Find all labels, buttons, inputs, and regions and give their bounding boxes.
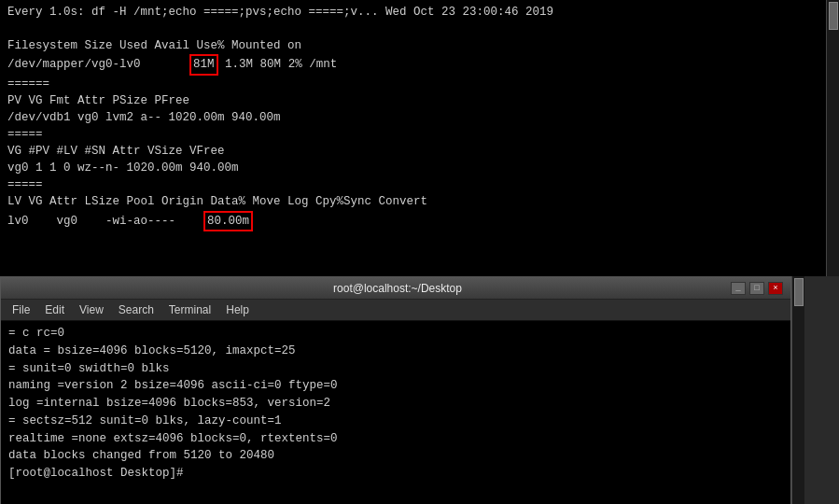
maximize-button[interactable]: □ (749, 282, 764, 295)
titlebar-buttons[interactable]: _ □ × (731, 282, 783, 295)
content-line3: = sunit=0 swidth=0 blks (8, 360, 783, 378)
window-title: root@localhost:~/Desktop (64, 282, 731, 295)
bg-lvs-row: lv0 vg0 -wi-ao---- 80.00m (7, 211, 832, 231)
bg-filesystem-row: /dev/mapper/vg0-lv0 81M 1.3M 80M 2% /mnt (7, 54, 832, 75)
terminal-content: = c rc=0 data = bsize=4096 blocks=5120, … (1, 321, 790, 504)
bg-vgs-row: vg0 1 1 0 wz--n- 1020.00m 940.00m (7, 160, 832, 176)
bg-sep1: ====== (7, 76, 832, 92)
bg-lvs-lsize-box: 80.00m (203, 211, 253, 231)
minimize-button[interactable]: _ (731, 282, 746, 295)
bg-fs-rest: 1.3M 80M 2% /mnt (225, 58, 337, 71)
content-line6: = sectsz=512 sunit=0 blks, lazy-count=1 (8, 413, 783, 430)
content-line8: data blocks changed from 5120 to 20480 (8, 447, 783, 465)
menu-terminal[interactable]: Terminal (161, 301, 218, 318)
bg-line-blank (7, 21, 832, 37)
content-line9: [root@localhost Desktop]# (8, 465, 783, 483)
bg-sep2: ===== (7, 126, 832, 143)
menu-search[interactable]: Search (111, 301, 161, 318)
content-line2: data = bsize=4096 blocks=5120, imaxpct=2… (8, 343, 783, 360)
bg-lvs-header: LV VG Attr LSize Pool Origin Data% Move … (7, 193, 832, 210)
window-scrollbar[interactable] (791, 276, 804, 504)
menu-view[interactable]: View (72, 301, 111, 318)
bg-pvs-header: PV VG Fmt Attr PSize PFree (7, 92, 832, 109)
bg-sep3: ===== (7, 176, 832, 193)
content-line7: realtime =none extsz=4096 blocks=0, rtex… (8, 430, 783, 448)
menu-help[interactable]: Help (218, 301, 257, 318)
bg-scrollbar[interactable] (826, 0, 839, 276)
menu-file[interactable]: File (5, 301, 37, 318)
content-line4: naming =version 2 bsize=4096 ascii-ci=0 … (8, 377, 783, 395)
window-scrollbar-thumb[interactable] (794, 278, 804, 306)
bg-lvs-attr: -wi-ao---- (105, 215, 175, 228)
menubar: File Edit View Search Terminal Help (1, 300, 790, 321)
menu-edit[interactable]: Edit (37, 301, 72, 318)
bg-lvs-vg: vg0 (57, 215, 78, 228)
bg-filesystem-header: Filesystem Size Used Avail Use% Mounted … (7, 37, 832, 54)
close-button[interactable]: × (768, 282, 783, 295)
terminal-window: root@localhost:~/Desktop _ □ × File Edit… (0, 276, 791, 504)
content-line1: = c rc=0 (8, 325, 783, 343)
bg-vgs-header: VG #PV #LV #SN Attr VSize VFree (7, 143, 832, 160)
bg-scrollbar-thumb[interactable] (829, 2, 838, 30)
bg-fs-device: /dev/mapper/vg0-lv0 (7, 58, 141, 71)
bg-pvs-row: /dev/vdb1 vg0 lvm2 a-- 1020.00m 940.00m (7, 109, 832, 126)
content-line5: log =internal bsize=4096 blocks=853, ver… (8, 395, 783, 413)
bg-fs-size-box: 81M (189, 54, 218, 75)
right-panel (804, 276, 839, 504)
titlebar: root@localhost:~/Desktop _ □ × (1, 277, 790, 300)
bg-line-header: Every 1.0s: df -H /mnt;echo =====;pvs;ec… (7, 4, 832, 21)
bg-lvs-lv: lv0 (7, 215, 29, 228)
